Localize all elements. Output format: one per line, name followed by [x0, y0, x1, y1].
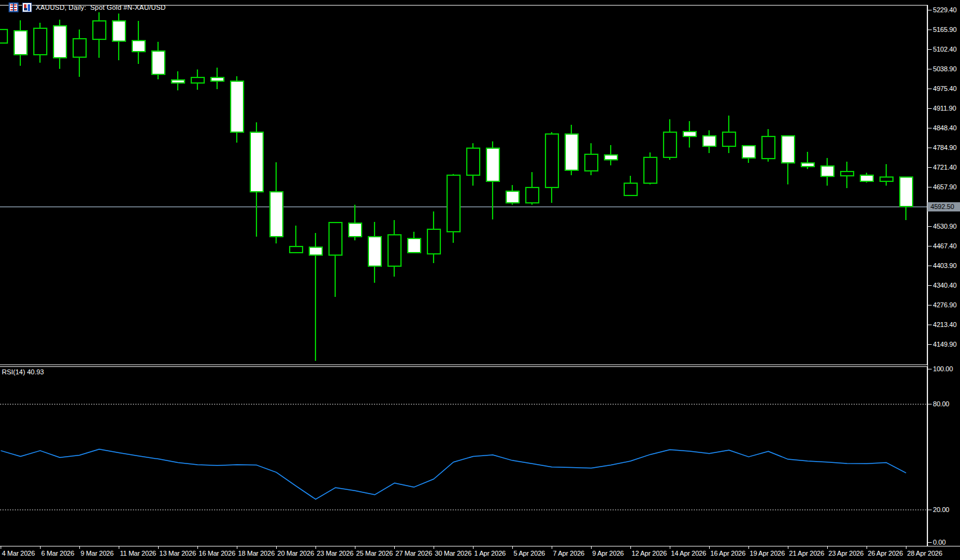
chart-title-bar: XAUUSD, Daily: Spot Gold #N-XAU/USD [9, 2, 165, 13]
date-tick [40, 546, 41, 549]
date-tick [670, 546, 670, 549]
date-tick-label: 13 Mar 2026 [159, 550, 196, 557]
date-tick [1, 546, 1, 549]
candle-body [191, 77, 204, 83]
date-tick-label: 1 Apr 2026 [474, 550, 506, 557]
price-tick [928, 344, 932, 345]
candle-body [506, 191, 519, 203]
candle-body [270, 192, 283, 237]
indicator-label: RSI(14) 40.93 [2, 368, 44, 376]
candle-body [250, 132, 263, 192]
candle-body [664, 132, 676, 158]
chart-right-frame [927, 5, 928, 546]
candle-body [93, 21, 106, 39]
date-axis-frame [0, 546, 960, 546]
price-tick-label: 4340.40 [933, 282, 956, 289]
candle-body [408, 239, 421, 253]
date-tick [591, 546, 592, 549]
candle-body [821, 166, 834, 176]
date-tick [906, 546, 906, 549]
date-tick-label: 16 Apr 2026 [710, 550, 745, 557]
date-tick-label: 11 Mar 2026 [120, 550, 156, 557]
date-tick [827, 546, 828, 549]
chart-title: XAUUSD, Daily: Spot Gold #N-XAU/USD [36, 4, 165, 11]
price-tick [928, 246, 932, 246]
candle-body [290, 246, 303, 253]
date-tick [79, 546, 80, 549]
price-tick-label: 4657.90 [933, 183, 956, 191]
candle-body [742, 146, 755, 158]
price-tick [928, 69, 932, 69]
date-tick [315, 546, 316, 549]
candle-body [900, 177, 913, 207]
candle-body [841, 172, 854, 176]
rsi-tick-label: 20.00 [933, 506, 950, 513]
date-tick-label: 16 Mar 2026 [199, 550, 236, 557]
price-tick-label: 4149.90 [933, 341, 956, 348]
candle-body [880, 177, 893, 181]
rsi-tick-label: 0.00 [933, 538, 946, 546]
date-tick-label: 19 Apr 2026 [750, 550, 785, 557]
date-tick-label: 28 Apr 2026 [907, 550, 942, 557]
price-tick [928, 226, 932, 227]
candle-body [605, 155, 617, 160]
date-tick [630, 546, 631, 549]
candle-body [211, 77, 224, 81]
current-price-badge: 4592.50 [927, 202, 960, 211]
date-tick-label: 25 Mar 2026 [356, 550, 393, 557]
date-tick [434, 546, 434, 549]
date-tick [158, 546, 159, 549]
date-tick-label: 5 Apr 2026 [514, 550, 545, 557]
candle-body [644, 157, 657, 183]
date-tick [473, 546, 474, 549]
candle-body [172, 80, 184, 84]
date-tick [512, 546, 513, 549]
candlestick-chart-icon[interactable] [22, 2, 32, 12]
date-tick-label: 12 Apr 2026 [632, 550, 667, 557]
candle-body [309, 247, 322, 255]
rsi-tick-label: 80.00 [933, 400, 950, 408]
price-tick-label: 4213.40 [933, 321, 956, 328]
quotes-grid-icon[interactable] [9, 2, 18, 12]
date-tick [867, 546, 867, 549]
candle-body [526, 187, 539, 203]
candle-body [54, 26, 66, 58]
price-tick [928, 128, 932, 128]
mt-chart-window: XAUUSD, Daily: Spot Gold #N-XAU/USD RSI(… [0, 0, 960, 560]
price-tick-label: 5038.90 [933, 65, 956, 73]
candle-body [703, 136, 716, 146]
candle-body [349, 223, 362, 237]
date-tick [197, 546, 198, 549]
rsi-tick-label: 100.00 [933, 365, 953, 373]
price-tick [928, 148, 932, 148]
date-tick [276, 546, 277, 549]
price-tick-label: 4848.40 [933, 124, 956, 132]
price-tick-label: 5102.40 [933, 45, 956, 53]
candlestick-chart[interactable] [0, 0, 927, 365]
date-tick [552, 546, 552, 549]
date-tick-label: 9 Mar 2026 [81, 550, 114, 557]
candle-body [683, 132, 696, 136]
candle-body [860, 175, 873, 182]
pane-splitter[interactable] [0, 365, 927, 367]
rsi-tick [928, 369, 932, 369]
candle-body [762, 136, 775, 159]
price-tick-label: 4975.40 [933, 85, 956, 92]
price-tick [928, 167, 932, 168]
date-tick-label: 21 Apr 2026 [789, 550, 824, 557]
rsi-tick [928, 510, 932, 510]
price-tick [928, 49, 932, 50]
rsi-tick [928, 542, 932, 543]
candle-body [231, 81, 244, 132]
date-tick-label: 14 Apr 2026 [671, 550, 706, 557]
price-tick [928, 187, 932, 187]
candle-body [132, 41, 145, 52]
price-tick-label: 4784.90 [933, 144, 956, 151]
rsi-chart[interactable] [0, 367, 927, 546]
candle-body [368, 237, 381, 266]
candle-body [723, 132, 736, 146]
candle-body [329, 223, 342, 255]
date-tick-label: 23 Apr 2026 [828, 550, 863, 557]
price-tick [928, 305, 932, 306]
price-tick-label: 4721.40 [933, 164, 956, 171]
